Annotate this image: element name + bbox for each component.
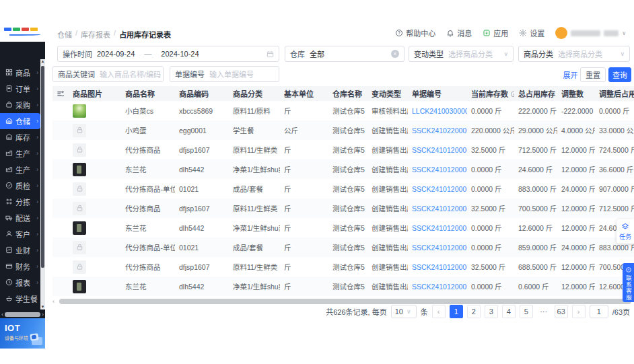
category-select[interactable]: 商品分类 选择商品分类 ∨ [518, 46, 630, 62]
doc-number-link[interactable]: SSCK24101200002 [412, 244, 467, 252]
app-logo [4, 28, 46, 40]
sidebar-item-inventory[interactable]: 库存› [0, 129, 40, 145]
prev-page-button[interactable]: ‹ [432, 305, 446, 318]
category-cell: 原料11/生鲜类 [229, 140, 280, 159]
date-separator: — [144, 50, 151, 58]
row-config-cell [52, 159, 69, 179]
contact-support-button[interactable]: 联系客服 [623, 263, 634, 302]
tasks-widget-button[interactable]: 任务 [617, 219, 634, 244]
page-button-63[interactable]: 63 [555, 305, 568, 318]
sidebar-item-purchase[interactable]: 采购› [0, 97, 40, 113]
pagination: 共626条记录, 每页 10 ∨ 条 ‹ 12345···63 › 1 /63页 [326, 305, 630, 318]
sidebar-item-orders[interactable]: 订单› [0, 81, 40, 97]
page-jump-suffix: /63页 [612, 306, 630, 317]
sidebar-item-warehouse[interactable]: 仓储› [0, 113, 40, 129]
scroll-left-icon[interactable]: ‹ [52, 298, 59, 305]
page-size-select[interactable]: 10 ∨ [391, 305, 417, 318]
page-button-1[interactable]: 1 [450, 305, 463, 318]
layers-icon [621, 223, 629, 231]
sidebar-item-biz-finance[interactable]: 业财› [0, 242, 40, 258]
sidebar-item-label: 库存 [15, 132, 30, 143]
info-icon[interactable] [510, 89, 514, 98]
sidebar-item-customer[interactable]: 客户› [0, 226, 40, 242]
table-horizontal-scrollbar[interactable]: ‹ [52, 298, 631, 304]
current-stock-cell: 0.0000 斤 [467, 277, 514, 296]
messages-button[interactable]: 消息 [446, 28, 472, 38]
iot-banner-title: IOT [5, 323, 20, 333]
settings-button[interactable]: 设置 [519, 28, 544, 38]
scroll-down-icon[interactable]: ▼ [40, 305, 45, 310]
sidebar-item-report[interactable]: 报表› [0, 275, 40, 291]
total-occupied-cell: 883.0000 斤 [514, 179, 557, 198]
scroll-up-icon[interactable]: ▲ [40, 59, 45, 64]
search-button[interactable]: 查询 [608, 67, 631, 82]
doc-number-link[interactable]: SSCK24101200003 [412, 185, 467, 193]
warehouse-cell: 测试仓库5 [328, 277, 367, 296]
sidebar-vertical-scrollbar[interactable]: ▲ ▼ [40, 59, 45, 310]
column-settings-button[interactable] [52, 86, 69, 101]
sidebar-item-label: 报表 [15, 277, 30, 288]
page-button-3[interactable]: 3 [485, 305, 498, 318]
doc-number-link[interactable]: LLCK24100300001 [412, 107, 467, 115]
reset-button[interactable]: 重置 [580, 67, 606, 82]
sidebar-item-student-meal[interactable]: 学生餐› [0, 291, 40, 307]
sidebar-horizontal-scrollbar[interactable]: ‹ › [0, 312, 45, 317]
warehouse-select[interactable]: 仓库 全部 × [285, 46, 404, 62]
sidebar-item-finance[interactable]: 财务› [0, 258, 40, 275]
doc-number-link[interactable]: SSCK24101200002 [412, 263, 467, 271]
apps-icon [483, 29, 491, 37]
scrollbar-thumb[interactable] [41, 66, 44, 268]
doc-number-link[interactable]: SSCK24101200001 [412, 283, 467, 291]
code-cell: dlh5442 [175, 277, 229, 296]
chevron-right-icon: › [36, 85, 38, 92]
change-type-label: 变动类型 [414, 48, 444, 59]
messages-label: 消息 [457, 28, 472, 38]
no-image-placeholder-icon [73, 143, 86, 157]
sidebar-item-delivery[interactable]: 配送› [0, 210, 40, 226]
sidebar-item-quality[interactable]: 质检› [0, 178, 40, 194]
row-config-cell [52, 120, 69, 140]
change-type-select[interactable]: 变动类型 选择商品分类 ∨ [409, 46, 514, 62]
sidebar-item-goods[interactable]: 商品› [0, 65, 40, 81]
help-center-button[interactable]: 帮助中心 [395, 28, 435, 38]
app-screen: 仓储 / 库存报表 / 占用库存记录表 帮助中心 消息 应用 设置 [0, 0, 634, 364]
category-placeholder: 选择商品分类 [558, 48, 602, 59]
date-range-picker[interactable]: 操作时间 2024-09-24 — 2024-10-24 [57, 46, 279, 62]
keyword-placeholder: 输入商品名称/编码 [100, 69, 161, 79]
iot-banner[interactable]: IOT 设备与环境 [0, 318, 45, 349]
scrollbar-thumb[interactable] [5, 312, 40, 317]
warehouse-cell: 测试仓库5 [328, 120, 367, 140]
doc-number-link[interactable]: SSCK24101200004 [412, 146, 467, 154]
doc-number-input[interactable]: 单据编号 输入单据编号 [170, 66, 279, 82]
user-menu[interactable]: ∨ [555, 27, 626, 39]
total-occupied-cell: 222.0000 斤 [514, 101, 557, 120]
page-jump-input[interactable]: 1 [590, 305, 608, 318]
doc-number-link[interactable]: SSCK24101200002 [412, 224, 467, 232]
calendar-icon [267, 50, 274, 58]
clear-icon[interactable]: × [391, 50, 399, 58]
sidebar-item-sorting[interactable]: 分拣› [0, 194, 40, 210]
page-button-4[interactable]: 4 [502, 305, 516, 318]
row-config-cell [52, 101, 69, 120]
scrollbar-thumb[interactable] [59, 299, 631, 304]
column-header-5: 仓库名称 [328, 86, 367, 101]
scroll-left-icon[interactable]: ‹ [0, 312, 5, 318]
breadcrumb-warehouse[interactable]: 仓储 [57, 29, 72, 40]
expand-label: 展开 [563, 69, 577, 80]
scroll-right-icon[interactable]: › [40, 312, 45, 318]
product-image-cell [69, 179, 121, 198]
sidebar-item-production2[interactable]: 生产› [0, 161, 40, 178]
sorting-icon [5, 198, 13, 207]
doc-number-link[interactable]: SSCK24101200003 [412, 205, 467, 213]
breadcrumb-inventory-report[interactable]: 库存报表 [81, 29, 110, 40]
keyword-input[interactable]: 商品关键词 输入商品名称/编码 [52, 66, 164, 82]
doc-number-link[interactable]: SSCK24102200001 [412, 126, 467, 135]
change-type-placeholder: 选择商品分类 [448, 48, 493, 59]
tasks-label: 任务 [619, 232, 631, 241]
next-page-button[interactable]: › [572, 305, 586, 318]
page-button-2[interactable]: 2 [467, 305, 481, 318]
sidebar-item-production[interactable]: 生产› [0, 145, 40, 161]
doc-number-link[interactable]: SSCK24101200003 [412, 166, 467, 174]
page-button-5[interactable]: 5 [520, 305, 533, 318]
apps-button[interactable]: 应用 [483, 28, 508, 38]
